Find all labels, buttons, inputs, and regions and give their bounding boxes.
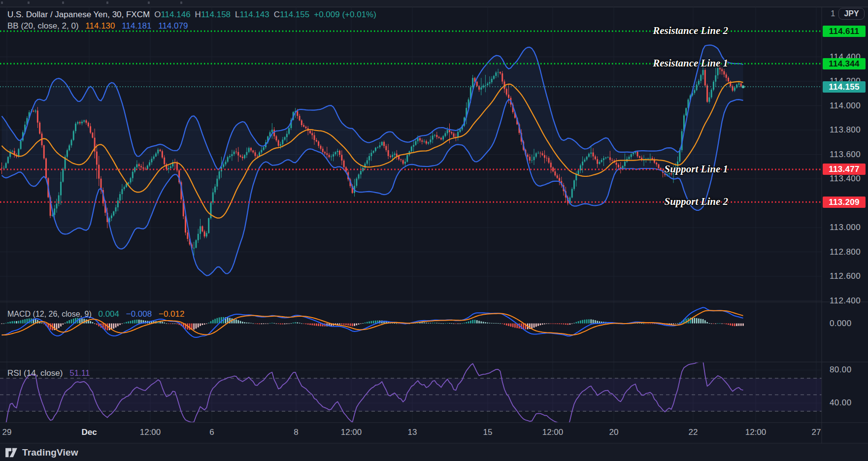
trendline-label[interactable]: Support Line 1 — [664, 163, 728, 175]
level-price-box: 113.477 — [823, 164, 866, 175]
ohlc-o-value: O114.146 — [154, 10, 190, 19]
main-chart-legend[interactable]: U.S. Dollar / Japanese Yen, 30, FXCMO114… — [7, 9, 376, 32]
rsi-axis-tick: 40.00 — [830, 398, 868, 408]
price-axis-tick: 113.000 — [830, 223, 868, 232]
trendline-label[interactable]: Support Line 2 — [664, 196, 728, 208]
time-axis-tick: 12:00 — [341, 428, 362, 437]
ohlc-c-value: C114.155 — [274, 10, 309, 19]
bottom-bar: TradingView — [0, 444, 868, 461]
change-value: +0.009 (+0.01%) — [314, 10, 376, 19]
price-axis-tick: 113.600 — [830, 150, 868, 160]
time-axis-tick: 22 — [689, 428, 698, 437]
level-price-box: 113.209 — [823, 197, 866, 208]
ohlc-h-value: H114.158 — [195, 10, 231, 19]
rsi-panel — [0, 361, 822, 436]
time-axis-tick: 20 — [609, 428, 619, 437]
bb-lower-value: 114.079 — [158, 21, 188, 31]
time-axis-tick: Dec — [81, 428, 97, 437]
macd-axis-zero-tick: 0.000 — [830, 319, 868, 329]
level-price-box: 114.611 — [823, 26, 866, 37]
macd-indicator-label: MACD (12, 26, close, 9) — [7, 310, 92, 318]
tradingview-logo[interactable]: TradingView — [5, 447, 78, 458]
price-axis-tick: 113.400 — [830, 174, 868, 184]
ohlc-l-value: L114.143 — [235, 10, 269, 19]
price-axis-tick: 113.800 — [830, 125, 868, 135]
time-axis-tick: 15 — [483, 428, 493, 437]
price-axis-tick: 112.800 — [830, 247, 868, 257]
price-axis-tick: 112.400 — [830, 296, 868, 306]
time-axis-tick: 29 — [2, 428, 12, 437]
current-price-box: 114.155 — [823, 81, 866, 93]
price-axis-tick: 114.000 — [830, 101, 868, 111]
ohlc-values: O114.146H114.158L114.143C114.155+0.009 (… — [150, 10, 376, 19]
bb-basis-value: 114.130 — [85, 21, 115, 31]
price-axis-tick: 112.600 — [830, 271, 868, 281]
rsi-legend[interactable]: RSI (14, close) 51.11 — [7, 367, 90, 379]
rsi-value: 51.11 — [69, 368, 90, 378]
rsi-axis-tick: 80.00 — [830, 365, 868, 375]
level-price-box: 114.344 — [823, 58, 866, 69]
time-axis-tick: 12:00 — [140, 428, 161, 437]
chip-left-text: 1 — [831, 9, 835, 19]
currency-unit-toggle[interactable]: 1 JPY 0 — [831, 8, 868, 20]
time-axis-tick: 12:00 — [745, 428, 767, 437]
price-chart-canvas[interactable] — [0, 0, 868, 461]
macd-hist-value: 0.004 — [98, 309, 119, 319]
time-axis-tick: 13 — [408, 428, 417, 437]
currency-chip-jpy[interactable]: JPY — [838, 8, 864, 20]
tradingview-logo-icon — [5, 447, 18, 458]
macd-legend[interactable]: MACD (12, 26, close, 9) 0.004 −0.008 −0.… — [7, 308, 184, 320]
bb-indicator-label: BB (20, close, 2, 0) — [7, 21, 79, 31]
time-axis-tick: 27 — [812, 428, 821, 437]
trendline-label[interactable]: Resistance Line 2 — [653, 25, 728, 37]
trendline-label[interactable]: Resistance Line 1 — [653, 57, 728, 69]
rsi-indicator-label: RSI (14, close) — [7, 368, 63, 378]
tradingview-logo-text: TradingView — [22, 447, 78, 458]
time-axis-tick: 8 — [294, 428, 298, 437]
macd-line-value: −0.008 — [126, 309, 152, 319]
macd-signal-value: −0.012 — [159, 309, 184, 319]
time-axis-tick: 12:00 — [542, 428, 564, 437]
tradingview-chart-window: U.S. Dollar / Japanese Yen, 30, FXCMO114… — [0, 0, 868, 461]
symbol-title: U.S. Dollar / Japanese Yen, 30, FXCM — [7, 10, 150, 19]
bb-upper-value: 114.181 — [122, 21, 151, 31]
time-axis-tick: 6 — [209, 428, 214, 437]
